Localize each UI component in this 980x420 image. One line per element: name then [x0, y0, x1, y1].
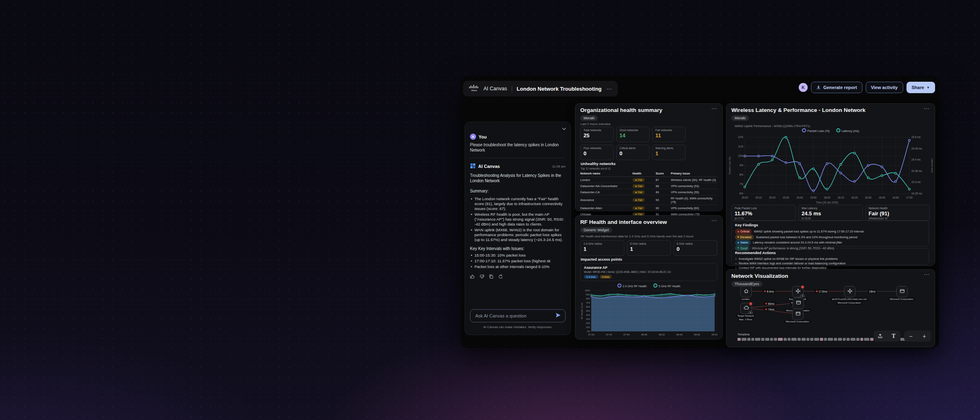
timeline-segment [797, 338, 801, 341]
alert-dot-icon [765, 303, 767, 305]
node-target-network[interactable]: 4 [740, 303, 752, 314]
wan-uplink-chart: 12%11%10%9%8%7%6%24.5 ms24.45 ms24.4 ms2… [726, 134, 935, 205]
key-finding-item: StableLatency remains consistent around … [735, 240, 925, 246]
health-cell: ★ Fair [633, 195, 656, 205]
issue-cell: VPN connectivity (60) [671, 205, 717, 211]
chat-bullet: The London network currently has a "Fair… [470, 197, 566, 211]
health-cell: ★ Fair [633, 189, 656, 195]
node-london[interactable] [740, 286, 752, 297]
table-row[interactable]: Datacenter-Allen★ Fair90VPN connectivity… [580, 205, 717, 211]
stat-subtext: at 15:30 [802, 217, 860, 220]
legend-swatch [617, 284, 621, 288]
widget-menu-button[interactable]: ⋯ [924, 271, 930, 277]
share-button[interactable]: Share ▼ [906, 82, 935, 93]
timeline-segment [824, 338, 827, 341]
stat-card: Peak Packet Loss11.67%at 17:00 [731, 205, 796, 221]
overview-subtitle: Last 2 hours overview [581, 122, 610, 126]
source-tag: Meraki [580, 115, 598, 121]
finding-text: Sustained packet loss between 6.3% and 1… [756, 235, 858, 240]
table-column-header: Primary issue [671, 171, 717, 177]
copy-icon[interactable] [489, 274, 494, 280]
timeline-segment [843, 338, 846, 341]
svg-text:15:50: 15:50 [810, 196, 817, 199]
node-msn-router[interactable] [844, 286, 855, 297]
health-badge: ★ Fair [633, 184, 645, 188]
svg-text:08:22: 08:22 [659, 333, 665, 336]
zoom-in-button[interactable]: + [918, 331, 931, 342]
stat-card: Fair networks11 [652, 127, 686, 142]
zoom-out-button[interactable]: − [904, 331, 918, 342]
finding-level-label: Elevated [740, 235, 751, 240]
stat-card: Critical alerts0 [616, 145, 650, 160]
timeline-segment [761, 338, 764, 341]
svg-text:08:36: 08:36 [676, 333, 683, 336]
ap-meta: Model: MR36-HW | Serial: Q2JD-4KBL-BBK2 … [584, 270, 714, 273]
thumbs-down-icon[interactable] [479, 274, 484, 280]
svg-text:07:26: 07:26 [588, 333, 595, 336]
svg-text:7%: 7% [739, 183, 744, 185]
send-icon[interactable] [555, 312, 561, 319]
app-brand: AI Canvas [483, 86, 507, 92]
issue-cell: VPN connectivity (55) [671, 189, 717, 195]
widget-title: Wireless Latency & Performance - London … [731, 107, 865, 113]
user-message-avatar: A [470, 134, 476, 140]
recommended-action-item: Review WAN interface logs and consider f… [735, 261, 925, 266]
link-latency-text: 18ms [869, 290, 875, 293]
alert-badge [801, 285, 804, 289]
title-menu-button[interactable]: ⋯ [606, 86, 612, 92]
ap-name: Assurance AP [584, 266, 714, 270]
score-cell: 90 [656, 205, 671, 211]
generate-report-button[interactable]: Generate report [811, 82, 862, 93]
timeline-segment [774, 338, 777, 341]
node-microsoft-corporation-3[interactable] [792, 308, 804, 320]
table-row[interactable]: Datacenter-CA★ Fair89VPN connectivity (5… [580, 189, 717, 195]
timeline-segment [828, 338, 833, 341]
user-avatar[interactable]: K [799, 83, 808, 92]
status-dot [737, 231, 739, 232]
svg-text:17:00: 17:00 [906, 196, 913, 199]
svg-text:24.45 ms: 24.45 ms [911, 147, 922, 150]
node-count-badge: 4 [748, 311, 753, 315]
svg-text:80%: 80% [586, 297, 590, 300]
alert-dot-icon [816, 290, 818, 293]
svg-text:70%: 70% [586, 302, 590, 304]
stat-value: 11.67% [735, 210, 793, 217]
chat-input[interactable] [474, 313, 552, 319]
node-microsoft-corporation-1[interactable] [896, 286, 908, 297]
access-point-card[interactable]: Assurance AP Model: MR36-HW | Serial: Q2… [580, 263, 717, 281]
chat-input-container [470, 309, 566, 322]
table-row[interactable]: Datacenter-NA-Concentrator★ Fair88VPN co… [580, 183, 717, 189]
timeline-segment [784, 338, 787, 341]
svg-text:15:30: 15:30 [783, 196, 789, 199]
node-microsoft-corporation-2[interactable] [793, 297, 804, 309]
finding-level-badge: Critical [735, 229, 752, 235]
table-row[interactable]: Assurance★ Fair90RF health (0), WAN conn… [580, 195, 717, 205]
ai-canvas-icon [470, 163, 476, 170]
export-button[interactable] [873, 331, 887, 342]
widget-menu-button[interactable]: ⋯ [711, 105, 717, 112]
text-tool-button[interactable]: T [887, 331, 900, 342]
view-activity-button[interactable]: View activity [866, 82, 903, 93]
svg-text:15:20: 15:20 [769, 196, 775, 199]
svg-text:8%: 8% [739, 173, 744, 176]
widget-menu-button[interactable]: ⋯ [711, 217, 717, 223]
health-badge: ★ Fair [633, 178, 645, 182]
regenerate-icon[interactable] [498, 274, 503, 280]
svg-text:24.4 ms: 24.4 ms [911, 158, 920, 161]
svg-text:Latency (ms): Latency (ms) [931, 159, 933, 173]
stat-value: 25 [584, 132, 610, 139]
table-column-header: Health [633, 171, 656, 177]
svg-text:08:08: 08:08 [641, 333, 648, 336]
link-latency-text: 74ms [768, 308, 775, 311]
health-badge: ★ Fair [633, 198, 645, 202]
widget-menu-button[interactable]: ⋯ [924, 105, 930, 112]
finding-level-badge: Elevated [735, 235, 754, 240]
link-latency-label: 86ms [764, 302, 776, 306]
stat-value: Fair (91) [869, 210, 927, 217]
thumbs-up-icon[interactable] [470, 274, 475, 280]
health-cell: ★ Fair [633, 205, 656, 211]
svg-text:16:20: 16:20 [851, 196, 858, 199]
table-row[interactable]: London★ Fair87Wireless clients (60), RF … [580, 177, 717, 183]
svg-text:24.5 ms: 24.5 ms [911, 136, 920, 139]
node-source-network[interactable]: 7 [792, 286, 804, 297]
